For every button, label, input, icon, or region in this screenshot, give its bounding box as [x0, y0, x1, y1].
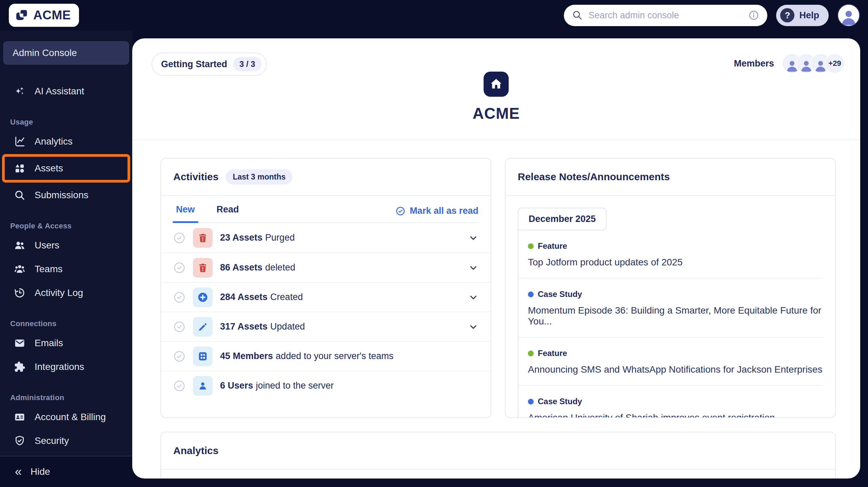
account-avatar[interactable] [837, 4, 860, 26]
id-card-icon [14, 411, 26, 423]
case-study-dot-icon [528, 292, 534, 297]
chevron-down-icon[interactable] [468, 292, 478, 302]
check-circle-icon[interactable] [173, 291, 185, 303]
sidebar-item-label: Teams [35, 264, 62, 275]
check-circle-icon[interactable] [173, 380, 185, 392]
activity-count: 86 Assets [220, 262, 262, 273]
members-group: Members +29 [734, 54, 844, 73]
activity-count: 6 Users [220, 380, 253, 391]
sidebar-item-label: Admin Console [13, 48, 77, 58]
sidebar-section-administration: Administration [0, 390, 132, 405]
line-chart-icon [14, 135, 26, 148]
check-circle-icon[interactable] [173, 232, 185, 244]
sidebar-item-users[interactable]: Users [0, 233, 132, 257]
release-entry[interactable]: Feature Top Jotform product updates of 2… [518, 230, 823, 278]
feature-dot-icon [528, 351, 534, 356]
sidebar-hide-button[interactable]: « Hide [0, 456, 132, 487]
activity-text: 23 AssetsPurged [220, 232, 295, 243]
activity-count: 284 Assets [220, 292, 268, 302]
release-entry-title[interactable]: Announcing SMS and WhatsApp Notification… [528, 364, 823, 375]
getting-started-label: Getting Started [161, 59, 227, 70]
activity-text: 284 AssetsCreated [220, 292, 303, 302]
activity-row[interactable]: 23 AssetsPurged [161, 223, 491, 252]
sidebar-item-ai-assistant[interactable]: AI Assistant [0, 79, 132, 103]
activity-row[interactable]: 86 Assetsdeleted [161, 252, 491, 282]
month-tab[interactable]: December 2025 [518, 208, 607, 230]
sidebar-item-admin-console[interactable]: Admin Console [3, 41, 129, 64]
sidebar-item-integrations[interactable]: Integrations [0, 355, 132, 379]
activity-desc: Updated [270, 321, 305, 332]
search-input[interactable] [588, 10, 743, 21]
activity-row[interactable]: 45 Membersadded to your server's teams [161, 341, 491, 371]
analytics-card-header: Analytics [161, 432, 835, 470]
release-entry-title[interactable]: American University of Sharjah improves … [528, 412, 823, 418]
activity-row[interactable]: 284 AssetsCreated [161, 282, 491, 312]
content-panel: Getting Started 3 / 3 ACME Members [132, 38, 860, 479]
release-notes-header: Release Notes/Announcements [506, 158, 835, 196]
chevron-down-icon[interactable] [468, 322, 478, 332]
release-notes-content: December 2025 Feature Top Jotform produc… [506, 196, 835, 418]
activity-text: 86 Assetsdeleted [220, 262, 295, 273]
release-tag: Feature [528, 241, 823, 251]
feature-dot-icon [528, 243, 534, 249]
sidebar: Admin Console AI Assistant Usage [0, 31, 132, 487]
sidebar-item-security[interactable]: Security [0, 429, 132, 453]
check-circle-icon[interactable] [173, 321, 185, 333]
getting-started-button[interactable]: Getting Started 3 / 3 [152, 53, 267, 76]
check-circle-icon[interactable] [173, 262, 185, 274]
cards-row: Activities Last 3 months New Read Mark a… [132, 140, 860, 418]
sidebar-section-usage: Usage [0, 115, 132, 130]
admin-console-app: ACME ? Help [0, 0, 868, 487]
release-entry[interactable]: Case Study American University of Sharja… [518, 385, 823, 418]
release-entry-title[interactable]: Top Jotform product updates of 2025 [528, 257, 823, 268]
sidebar-item-emails[interactable]: Emails [0, 331, 132, 355]
info-icon[interactable] [748, 10, 759, 21]
activity-text: 45 Membersadded to your server's teams [220, 351, 393, 361]
body: Admin Console AI Assistant Usage [0, 31, 868, 487]
sidebar-item-label: AI Assistant [35, 86, 84, 97]
org-home-tile [484, 72, 509, 97]
release-entry[interactable]: Feature Announcing SMS and WhatsApp Noti… [518, 337, 823, 385]
release-tag: Case Study [528, 289, 823, 299]
activity-row[interactable]: 317 AssetsUpdated [161, 312, 491, 341]
check-circle-icon[interactable] [173, 350, 185, 362]
check-circle-icon [395, 206, 406, 216]
plus-circle-icon [193, 287, 213, 307]
getting-started-progress-badge: 3 / 3 [233, 57, 261, 71]
tag-label: Feature [538, 349, 567, 358]
activity-count: 317 Assets [220, 321, 268, 332]
topbar-right: ? Help [564, 4, 860, 26]
main-area: Getting Started 3 / 3 ACME Members [132, 31, 868, 487]
analytics-title: Analytics [173, 445, 218, 456]
brand-logo[interactable]: ACME [9, 4, 79, 27]
analytics-card: Analytics [160, 432, 836, 479]
collapse-chevrons-icon: « [15, 466, 22, 478]
release-entry[interactable]: Case Study Momentum Episode 36: Building… [518, 278, 823, 337]
tag-label: Feature [538, 241, 567, 251]
sidebar-item-account-billing[interactable]: Account & Billing [0, 405, 132, 429]
sidebar-item-label: Emails [35, 338, 63, 349]
hide-label: Hide [31, 466, 50, 477]
sidebar-section-connections: Connections [0, 316, 132, 331]
mark-all-as-read-button[interactable]: Mark all as read [395, 206, 478, 223]
mark-all-label: Mark all as read [410, 206, 478, 216]
sidebar-item-assets[interactable]: Assets [5, 157, 127, 180]
sidebar-item-analytics[interactable]: Analytics [0, 130, 132, 153]
admin-search[interactable] [564, 5, 767, 26]
tab-new[interactable]: New [173, 204, 198, 223]
help-button[interactable]: ? Help [776, 5, 829, 26]
activity-row[interactable]: 6 Usersjoined to the server [161, 371, 491, 400]
tab-read[interactable]: Read [214, 204, 242, 223]
activity-desc: joined to the server [256, 380, 334, 391]
chevron-down-icon[interactable] [468, 263, 478, 273]
release-entry-title[interactable]: Momentum Episode 36: Building a Smarter,… [528, 305, 823, 327]
magnifier-icon [14, 189, 26, 201]
activity-text: 317 AssetsUpdated [220, 321, 305, 332]
chevron-down-icon[interactable] [468, 233, 478, 243]
sidebar-item-submissions[interactable]: Submissions [0, 183, 132, 207]
sidebar-item-activity-log[interactable]: Activity Log [0, 281, 132, 305]
members-overflow-badge[interactable]: +29 [826, 54, 844, 73]
sidebar-item-teams[interactable]: Teams [0, 257, 132, 281]
pencil-icon [193, 317, 213, 337]
sidebar-item-label: Account & Billing [35, 412, 106, 423]
